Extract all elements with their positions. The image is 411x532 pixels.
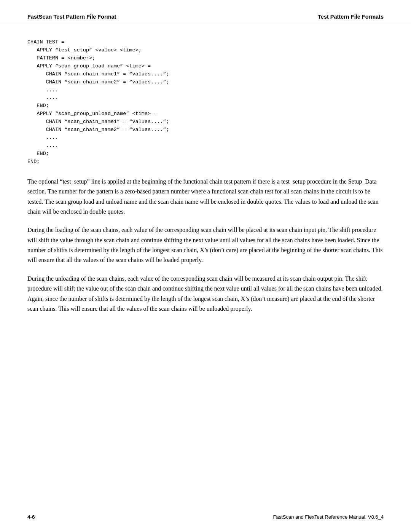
footer-title: FastScan and FlexTest Reference Manual, … (273, 514, 384, 520)
page-header: FastScan Test Pattern File Format Test P… (0, 0, 411, 23)
paragraph-2: During the loading of the scan chains, e… (27, 225, 384, 265)
page: FastScan Test Pattern File Format Test P… (0, 0, 411, 532)
paragraph-3: During the unloading of the scan chains,… (27, 274, 384, 314)
main-content: CHAIN_TEST = APPLY “test_setup” <value> … (0, 23, 411, 508)
header-right-title: Test Pattern File Formats (318, 14, 384, 20)
header-left-title: FastScan Test Pattern File Format (27, 14, 116, 20)
paragraph-1: The optional “test_setup” line is applie… (27, 177, 384, 217)
code-block: CHAIN_TEST = APPLY “test_setup” <value> … (27, 38, 384, 166)
footer-page-number: 4-6 (27, 514, 35, 520)
page-footer: 4-6 FastScan and FlexTest Reference Manu… (0, 508, 411, 532)
